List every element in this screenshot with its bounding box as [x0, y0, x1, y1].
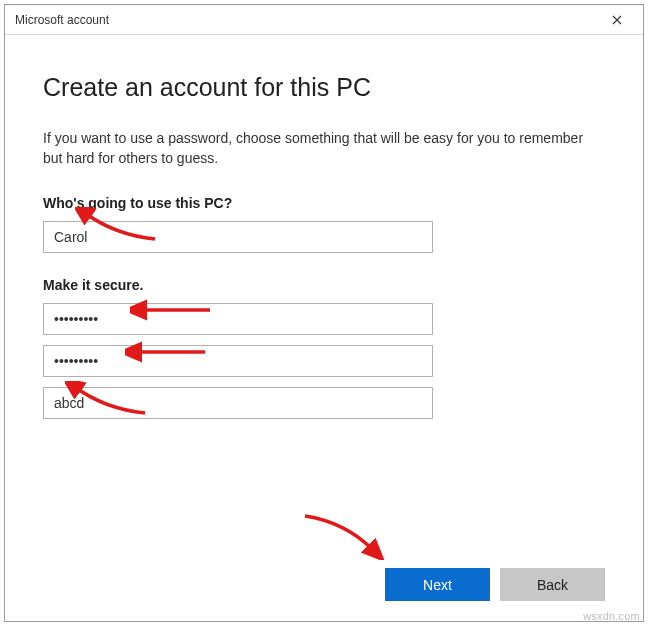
password-hint-input[interactable]	[43, 387, 433, 419]
titlebar: Microsoft account	[5, 5, 643, 35]
close-button[interactable]	[597, 6, 637, 34]
window-title: Microsoft account	[15, 13, 597, 27]
watermark-text: wsxdn.com	[583, 610, 640, 622]
page-subtext: If you want to use a password, choose so…	[43, 128, 605, 169]
next-button[interactable]: Next	[385, 568, 490, 601]
confirm-password-input[interactable]	[43, 345, 433, 377]
secure-section-label: Make it secure.	[43, 277, 605, 293]
page-title: Create an account for this PC	[43, 73, 605, 102]
user-section-label: Who's going to use this PC?	[43, 195, 605, 211]
password-input[interactable]	[43, 303, 433, 335]
back-button[interactable]: Back	[500, 568, 605, 601]
footer-buttons: Next Back	[43, 548, 605, 601]
dialog-window: Microsoft account Create an account for …	[4, 4, 644, 622]
close-icon	[612, 12, 622, 28]
content-area: Create an account for this PC If you wan…	[5, 35, 643, 621]
username-input[interactable]	[43, 221, 433, 253]
